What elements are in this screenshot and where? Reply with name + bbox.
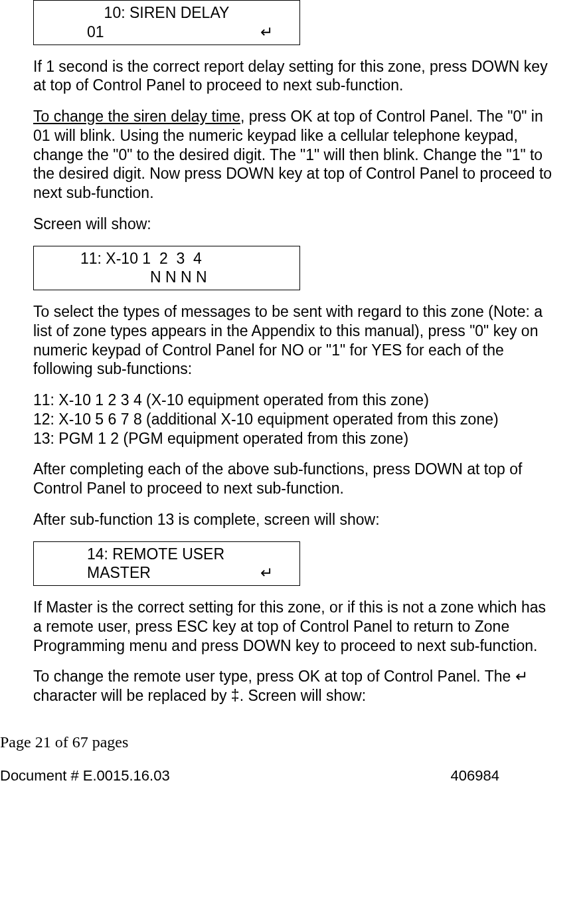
lcd-line: 11: X-10 1 2 3 4 <box>41 249 293 268</box>
lcd-line: 10: SIREN DELAY <box>41 3 293 23</box>
lcd-value-left: MASTER <box>87 563 151 583</box>
underlined-text: To change the siren delay time <box>33 108 240 125</box>
document-id-row: Document # E.0015.16.03 406984 <box>0 767 579 785</box>
enter-icon: ↵ <box>260 563 273 583</box>
page-footer: Page 21 of 67 pages Document # E.0015.16… <box>0 732 587 785</box>
lcd-line: MASTER ↵ <box>41 563 293 583</box>
enter-icon: ↵ <box>260 23 273 42</box>
paragraph: If 1 second is the correct report delay … <box>33 57 554 96</box>
list-item: 13: PGM 1 2 (PGM equipment operated from… <box>33 430 408 447</box>
list-item: 11: X-10 1 2 3 4 (X-10 equipment operate… <box>33 391 429 409</box>
lcd-line: N N N N <box>41 268 293 287</box>
paragraph: Screen will show: <box>33 215 554 234</box>
paragraph: If Master is the correct setting for thi… <box>33 598 554 655</box>
document-number: 406984 <box>451 767 499 785</box>
paragraph: To select the types of messages to be se… <box>33 302 554 379</box>
list-item: 12: X-10 5 6 7 8 (additional X-10 equipm… <box>33 411 499 428</box>
lcd-display-11: 11: X-10 1 2 3 4 N N N N <box>33 246 300 291</box>
document-id: Document # E.0015.16.03 <box>0 767 170 785</box>
page-body: 10: SIREN DELAY 01 ↵ If 1 second is the … <box>0 0 587 705</box>
lcd-display-10: 10: SIREN DELAY 01 ↵ <box>33 0 300 45</box>
page-number: Page 21 of 67 pages <box>0 732 579 752</box>
lcd-line: 01 ↵ <box>41 23 293 42</box>
lcd-line: 14: REMOTE USER <box>41 545 293 564</box>
paragraph: After sub-function 13 is complete, scree… <box>33 510 554 529</box>
lcd-display-14: 14: REMOTE USER MASTER ↵ <box>33 541 300 587</box>
lcd-value-left: 01 <box>87 23 104 42</box>
paragraph: To change the remote user type, press OK… <box>33 667 554 705</box>
paragraph: To change the siren delay time, press OK… <box>33 107 554 203</box>
sub-function-list: 11: X-10 1 2 3 4 (X-10 equipment operate… <box>33 391 554 448</box>
paragraph: After completing each of the above sub-f… <box>33 460 554 498</box>
